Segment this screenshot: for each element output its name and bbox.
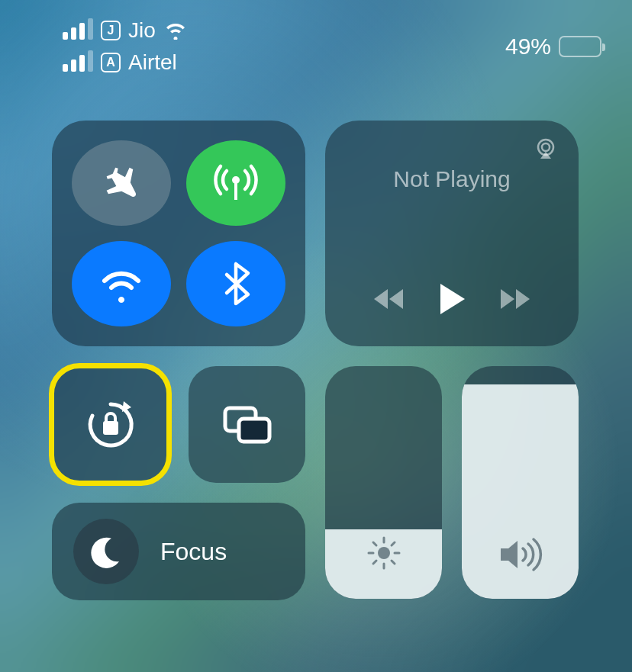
play-button[interactable] (437, 282, 466, 316)
carrier-name-1: Jio (128, 18, 156, 43)
svg-line-12 (373, 542, 376, 545)
screen-mirroring-icon (221, 404, 274, 446)
media-status: Not Playing (347, 166, 557, 192)
battery-percent: 49% (505, 34, 551, 59)
svg-line-14 (373, 561, 376, 564)
svg-rect-6 (239, 419, 269, 442)
status-right: 49% (505, 18, 601, 75)
connectivity-panel (52, 121, 305, 346)
airplane-icon (99, 161, 143, 205)
svg-point-2 (542, 143, 550, 151)
carrier-row-2: A Airtel (63, 50, 188, 75)
wifi-icon (163, 21, 188, 40)
volume-slider[interactable] (462, 366, 579, 599)
focus-circle (73, 519, 139, 584)
focus-label: Focus (160, 538, 227, 566)
airplane-mode-button[interactable] (72, 140, 171, 226)
control-center: Not Playing (0, 84, 632, 600)
brightness-slider[interactable] (325, 366, 442, 599)
airplay-icon[interactable] (533, 137, 559, 160)
sim-badge-2: A (101, 53, 121, 72)
wifi-button[interactable] (72, 241, 171, 326)
media-panel[interactable]: Not Playing (325, 121, 579, 346)
speaker-icon (498, 536, 543, 573)
status-left: J Jio A Airtel (63, 18, 188, 75)
brightness-icon (364, 533, 404, 573)
rewind-button[interactable] (371, 288, 406, 310)
wifi-icon (98, 265, 145, 303)
svg-line-15 (392, 542, 395, 545)
sim-badge-1: J (101, 21, 121, 40)
signal-bars-icon (63, 21, 93, 40)
svg-rect-4 (103, 421, 118, 435)
svg-line-13 (392, 561, 395, 564)
orientation-lock-button[interactable] (52, 366, 169, 483)
carrier-name-2: Airtel (128, 50, 177, 75)
antenna-icon (211, 159, 260, 207)
status-bar: J Jio A Airtel 49% (0, 0, 632, 84)
rotation-lock-icon (81, 395, 140, 455)
svg-point-7 (378, 547, 390, 559)
screen-mirroring-button[interactable] (189, 366, 305, 483)
fast-forward-button[interactable] (498, 288, 533, 310)
focus-button[interactable]: Focus (52, 503, 305, 600)
bluetooth-icon (221, 261, 251, 307)
carrier-row-1: J Jio (63, 18, 188, 43)
cellular-data-button[interactable] (186, 140, 285, 226)
moon-icon (89, 534, 124, 569)
svg-rect-1 (234, 182, 237, 200)
bluetooth-button[interactable] (186, 241, 285, 326)
signal-bars-icon (63, 53, 93, 72)
battery-icon (559, 36, 601, 57)
media-controls (347, 282, 557, 316)
